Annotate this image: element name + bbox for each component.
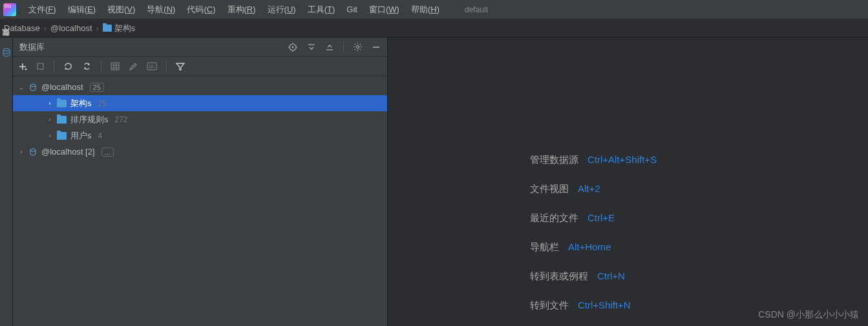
tree-label: 排序规则s [70, 114, 109, 125]
menu-item-U[interactable]: 运行(U) [262, 0, 302, 19]
svg-text:QL: QL [149, 64, 154, 69]
menu-item-E[interactable]: 编辑(E) [62, 0, 101, 19]
separator [166, 61, 167, 72]
shortcut-key: Alt+Home [568, 241, 611, 252]
tree-row[interactable]: ›架构s25 [13, 95, 387, 111]
minimize-icon[interactable] [372, 43, 381, 52]
database-icon [28, 83, 37, 92]
shortcut-row: 文件视图Alt+2 [530, 183, 657, 195]
database-icon [2, 48, 11, 57]
chevron-down-icon[interactable]: ⌄ [18, 83, 25, 91]
menu-item-W[interactable]: 窗口(W) [363, 0, 405, 19]
stop-icon[interactable] [36, 62, 45, 71]
sync-icon[interactable] [82, 61, 92, 71]
shortcut-label: 导航栏 [530, 241, 559, 254]
side-tab[interactable]: 数据库 [0, 38, 13, 326]
menu-item-F[interactable]: 文件(F) [23, 0, 62, 19]
separator [101, 61, 101, 72]
chevron-right-icon[interactable]: › [47, 116, 53, 123]
menu-item-R[interactable]: 重构(R) [222, 0, 262, 19]
menubar: 文件(F)编辑(E)视图(V)导航(N)代码(C)重构(R)运行(U)工具(T)… [0, 0, 868, 19]
count-label: 4 [98, 131, 103, 140]
svg-marker-13 [25, 69, 27, 71]
chevron-right-icon[interactable]: › [47, 100, 53, 107]
count-label: 25 [98, 99, 107, 108]
welcome-pane: 管理数据源Ctrl+Alt+Shift+S文件视图Alt+2最近的文件Ctrl+… [388, 38, 868, 326]
console-icon[interactable]: QL [147, 62, 157, 71]
tree-label: @localhost [2] [41, 147, 95, 157]
shortcut-key: Alt+2 [578, 183, 600, 194]
shortcut-key: Ctrl+E [587, 212, 615, 223]
menu-item-C[interactable]: 代码(C) [181, 0, 221, 19]
database-tree: ⌄@localhost25›架构s25›排序规则s272›用户s4›@local… [13, 76, 387, 326]
svg-point-2 [292, 46, 294, 48]
refresh-icon[interactable] [63, 61, 73, 71]
edit-icon[interactable] [129, 62, 138, 71]
separator [343, 42, 344, 52]
tree-row[interactable]: ›用户s4 [13, 127, 387, 144]
count-badge: 25 [90, 83, 104, 92]
panel-actions [288, 42, 381, 52]
breadcrumb-root[interactable]: Database [4, 23, 40, 33]
shortcut-row: 导航栏Alt+Home [530, 241, 657, 254]
tree-label: 架构s [70, 98, 92, 109]
breadcrumb-folder[interactable]: 架构s [103, 23, 136, 34]
menu-item-T[interactable]: 工具(T) [302, 0, 341, 19]
filter-icon[interactable] [176, 62, 185, 71]
shortcut-key: Ctrl+Alt+Shift+S [587, 154, 657, 165]
tree-row[interactable]: ›排序规则s272 [13, 111, 387, 127]
separator [54, 61, 54, 72]
database-panel: 数据库 [13, 38, 388, 326]
shortcut-label: 管理数据源 [530, 154, 578, 166]
panel-header: 数据库 [13, 38, 387, 57]
table-icon[interactable] [111, 62, 120, 71]
watermark: CSDN @小那么小小小猿 [758, 309, 859, 321]
main-area: 数据库 数据库 [0, 38, 868, 326]
add-icon[interactable] [18, 62, 27, 71]
folder-icon [57, 116, 67, 124]
shortcut-row: 管理数据源Ctrl+Alt+Shift+S [530, 154, 657, 166]
breadcrumb-host[interactable]: @localhost [50, 23, 92, 33]
ellipsis-badge[interactable]: ... [101, 147, 114, 157]
shortcut-label: 转到文件 [530, 299, 569, 312]
svg-rect-18 [111, 63, 119, 70]
chevron-right-icon: › [44, 23, 47, 33]
shortcut-label: 最近的文件 [530, 212, 578, 224]
tree-row[interactable]: ⌄@localhost25 [13, 79, 387, 95]
chevron-right-icon[interactable]: › [18, 148, 25, 155]
tree-row[interactable]: ›@localhost [2]... [13, 144, 387, 160]
svg-point-0 [3, 49, 10, 51]
default-label: default [465, 5, 488, 14]
folder-icon [103, 25, 112, 32]
menu-container: 文件(F)编辑(E)视图(V)导航(N)代码(C)重构(R)运行(U)工具(T)… [23, 0, 445, 19]
folder-icon [57, 100, 67, 107]
menu-item-N[interactable]: 导航(N) [141, 0, 181, 19]
menu-item-V[interactable]: 视图(V) [101, 0, 141, 19]
gear-icon[interactable] [353, 42, 363, 52]
breadcrumb-folder-label: 架构s [114, 23, 136, 34]
shortcut-row: 最近的文件Ctrl+E [530, 212, 657, 224]
shortcut-label: 转到表或例程 [530, 270, 588, 283]
database-icon [28, 147, 37, 157]
expand-down-icon[interactable] [307, 43, 316, 52]
breadcrumb: Database › @localhost › 架构s [0, 19, 868, 38]
collapse-up-icon[interactable] [325, 43, 334, 52]
shortcut-label: 文件视图 [530, 183, 569, 195]
svg-rect-14 [37, 63, 43, 69]
app-icon [3, 3, 16, 16]
svg-marker-25 [176, 63, 184, 70]
shortcut-row: 转到文件Ctrl+Shift+N [530, 299, 657, 312]
shortcut-key: Ctrl+Shift+N [578, 299, 631, 310]
count-label: 272 [115, 115, 128, 124]
panel-toolbar: QL [13, 57, 387, 76]
menu-item-Git[interactable]: Git [341, 0, 363, 19]
tree-label: 用户s [70, 130, 92, 142]
menu-item-H[interactable]: 帮助(H) [405, 0, 445, 19]
chevron-right-icon[interactable]: › [47, 132, 53, 139]
folder-icon [57, 132, 67, 140]
chevron-right-icon: › [96, 23, 99, 33]
shortcut-row: 转到表或例程Ctrl+N [530, 270, 657, 283]
target-icon[interactable] [288, 42, 298, 52]
shortcut-key: Ctrl+N [597, 270, 625, 281]
svg-point-9 [356, 45, 359, 48]
